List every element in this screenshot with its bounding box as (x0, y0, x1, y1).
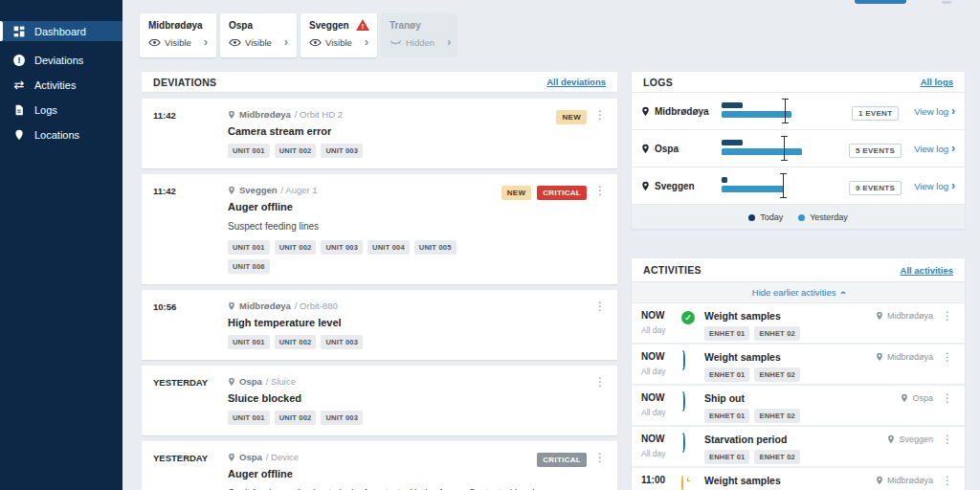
activity-time: 11:00 (641, 475, 681, 485)
time-marker (783, 173, 784, 198)
kebab-menu-icon[interactable]: ⋮ (592, 186, 608, 195)
chevron-right-icon[interactable]: › (284, 37, 288, 47)
kebab-menu-icon[interactable]: ⋮ (940, 476, 955, 485)
event-count-badge: 5 EVENTS (849, 144, 902, 158)
activities-panel: ACTIVITIES All activities Hide earlier a… (632, 258, 965, 490)
unit-chip: UNIT 002 (275, 240, 317, 255)
all-logs-link[interactable]: All logs (921, 77, 953, 87)
map-pin-icon (228, 377, 235, 387)
map-pin-icon (228, 453, 235, 462)
chevron-right-icon[interactable]: › (447, 37, 451, 47)
legend-today-label: Today (760, 212, 783, 222)
sidebar-item-deviations[interactable]: ! Deviations (0, 48, 122, 72)
deviation-time: 11:42 (153, 109, 228, 158)
chevron-right-icon[interactable]: › (204, 37, 208, 47)
visibility-label: Visible (165, 37, 191, 48)
clock-icon (681, 475, 683, 490)
visibility-label: Visible (325, 37, 352, 48)
unit-chip: UNIT 005 (414, 240, 457, 255)
dashboard-grid-icon (12, 25, 26, 38)
activity-row[interactable]: NOW All day Starvation period ENHET 01 E… (632, 427, 965, 468)
deviation-card[interactable]: 11:42 Midbrødøya / Orbit HD 2 Camera str… (142, 99, 617, 168)
unit-chip: ENHET 01 (704, 409, 749, 423)
kebab-menu-icon[interactable]: ⋮ (592, 110, 608, 120)
chevron-right-icon: › (951, 107, 955, 115)
activity-location: Ospa (912, 393, 933, 403)
map-pin-icon (876, 476, 883, 485)
event-count-badge: 9 EVENTS (849, 181, 902, 195)
today-dot-icon (748, 214, 755, 221)
location-name: Ospa (229, 20, 288, 31)
unit-chip: UNIT 002 (275, 411, 317, 425)
sidebar-item-locations[interactable]: Locations (0, 122, 122, 146)
deviation-time: YESTERDAY (153, 376, 228, 425)
activity-title: Weight samples (704, 351, 876, 363)
location-card-ospa[interactable]: Ospa Visible › (220, 13, 297, 57)
kebab-menu-icon[interactable]: ⋮ (592, 377, 608, 387)
deviation-card[interactable]: 11:42 Sveggen / Auger 1 Auger offline Su… (142, 174, 617, 284)
yesterday-dot-icon (798, 214, 805, 221)
sidebar-item-activities[interactable]: ⇄ Activities (0, 73, 122, 97)
view-log-link[interactable]: View log › (914, 181, 955, 191)
location-card-tranoy[interactable]: Tranøy Hidden › (381, 13, 457, 57)
unit-chip: UNIT 006 (228, 259, 270, 274)
check-circle-icon: ✓ (681, 311, 695, 324)
hide-earlier-activities-toggle[interactable]: Hide earlier activities › (632, 282, 965, 303)
unit-chip: UNIT 002 (275, 144, 317, 158)
sidebar-item-label: Locations (34, 129, 79, 141)
sidebar-item-logs[interactable]: Logs (0, 98, 122, 122)
activity-row[interactable]: NOW All day ✓ Weight samples ENHET 01 EN… (632, 303, 965, 345)
deviation-description: Can't feed on units due to lack of conta… (228, 486, 537, 490)
deviation-title: Auger offline (228, 468, 537, 479)
all-activities-link[interactable]: All activities (901, 265, 953, 276)
unit-chip: ENHET 01 (704, 450, 749, 464)
activity-duration: All day (641, 367, 681, 376)
sidebar-item-label: Logs (34, 104, 57, 116)
deviation-location: Sveggen (239, 185, 278, 195)
visibility-label: Hidden (406, 37, 434, 48)
kebab-menu-icon[interactable]: ⋮ (940, 352, 955, 362)
kebab-menu-icon[interactable]: ⋮ (940, 434, 955, 444)
activity-row[interactable]: NOW All day Ship out ENHET 01 ENHET 02 O… (632, 386, 965, 427)
kebab-menu-icon[interactable]: ⋮ (592, 453, 608, 462)
all-deviations-link[interactable]: All deviations (546, 77, 606, 87)
kebab-menu-icon[interactable]: ⋮ (592, 301, 608, 311)
deviation-time: 11:42 (153, 185, 228, 274)
map-pin-icon (641, 106, 650, 117)
kebab-menu-icon[interactable]: ⋮ (940, 311, 955, 321)
activity-duration: All day (641, 449, 681, 458)
location-card-midbrodoya[interactable]: Midbrødøya Visible › (140, 13, 216, 57)
unit-chip: UNIT 004 (368, 240, 410, 255)
today-bar (722, 177, 727, 183)
cutoff-header-button[interactable] (855, 0, 906, 4)
view-log-link[interactable]: View log › (914, 106, 955, 117)
deviation-location: Midbrødøya (239, 109, 291, 120)
deviation-card[interactable]: YESTERDAY Ospa / Device Auger offline Ca… (142, 441, 617, 490)
sidebar-item-dashboard[interactable]: Dashboard (0, 21, 122, 41)
cutoff-header-icon (942, 1, 951, 4)
view-log-link[interactable]: View log › (914, 144, 955, 154)
deviation-device: / Orbit-880 (295, 301, 338, 311)
deviation-card[interactable]: YESTERDAY Ospa / Sluice Sluice blocked U… (142, 366, 617, 435)
visibility-label: Visible (245, 37, 272, 48)
activity-row[interactable]: NOW All day Weight samples ENHET 01 ENHE… (632, 345, 965, 386)
location-card-sveggen[interactable]: ! Sveggen Visible › (301, 13, 377, 57)
document-icon (12, 103, 26, 117)
unit-chip: UNIT 001 (228, 144, 270, 158)
activity-location: Midbrødøya (887, 352, 933, 362)
map-pin-icon (887, 434, 895, 444)
activity-duration: All day (641, 325, 681, 335)
map-pin-icon (641, 144, 650, 154)
unit-chip: UNIT 003 (321, 240, 363, 255)
chevron-right-icon: › (951, 182, 955, 189)
time-marker (785, 99, 786, 123)
activity-row[interactable]: 11:00 Weight samples ENHET 01 ENHET 02 E… (632, 468, 965, 490)
unit-chip: ENHET 02 (754, 409, 799, 423)
kebab-menu-icon[interactable]: ⋮ (940, 393, 955, 403)
log-row: Midbrødøya 1 EVENT View log › (632, 93, 965, 130)
chevron-right-icon[interactable]: › (365, 37, 368, 47)
deviation-card[interactable]: 10:56 Midbrødøya / Orbit-880 High temper… (142, 290, 617, 360)
activity-location: Sveggen (899, 434, 933, 444)
deviations-title: DEVIATIONS (153, 77, 216, 88)
yesterday-bar (722, 186, 784, 192)
